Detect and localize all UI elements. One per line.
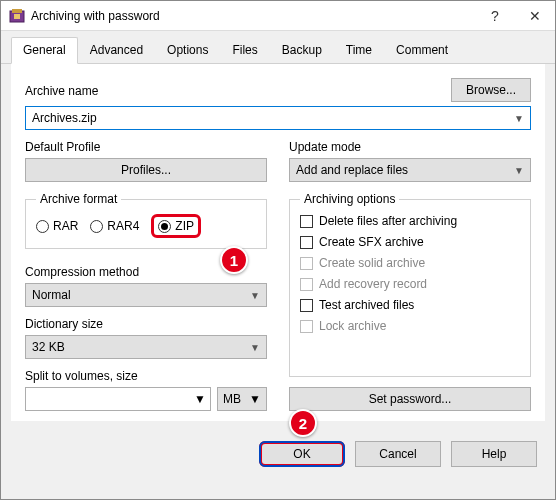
- dialog-window: Archiving with password ? ✕ General Adva…: [0, 0, 556, 500]
- check-recovery: Add recovery record: [300, 277, 520, 291]
- tab-bar: General Advanced Options Files Backup Ti…: [1, 31, 555, 64]
- profiles-button[interactable]: Profiles...: [25, 158, 267, 182]
- check-lock: Lock archive: [300, 319, 520, 333]
- left-column: Default Profile Profiles... Archive form…: [25, 140, 267, 411]
- radio-zip[interactable]: ZIP: [151, 214, 201, 238]
- tab-general[interactable]: General: [11, 37, 78, 64]
- browse-button[interactable]: Browse...: [451, 78, 531, 102]
- close-button[interactable]: ✕: [515, 1, 555, 31]
- window-title: Archiving with password: [31, 9, 475, 23]
- tab-backup[interactable]: Backup: [270, 37, 334, 63]
- update-mode-label: Update mode: [289, 140, 531, 154]
- archiving-options-group: Archiving options Delete files after arc…: [289, 192, 531, 377]
- chevron-down-icon: ▼: [514, 165, 524, 176]
- svg-rect-1: [12, 9, 22, 13]
- default-profile-label: Default Profile: [25, 140, 267, 154]
- tab-time[interactable]: Time: [334, 37, 384, 63]
- tab-comment[interactable]: Comment: [384, 37, 460, 63]
- archive-name-value: Archives.zip: [32, 111, 97, 125]
- tab-files[interactable]: Files: [220, 37, 269, 63]
- checkbox-icon: [300, 215, 313, 228]
- checkbox-icon: [300, 320, 313, 333]
- cancel-button[interactable]: Cancel: [355, 441, 441, 467]
- archive-format-group: Archive format RAR RAR4 ZIP: [25, 192, 267, 249]
- right-column: Update mode Add and replace files ▼ Arch…: [289, 140, 531, 411]
- chevron-down-icon: ▼: [250, 342, 260, 353]
- titlebar: Archiving with password ? ✕: [1, 1, 555, 31]
- archiving-options-label: Archiving options: [300, 192, 399, 206]
- checkbox-icon: [300, 236, 313, 249]
- help-button-footer[interactable]: Help: [451, 441, 537, 467]
- split-label: Split to volumes, size: [25, 369, 267, 383]
- checkbox-icon: [300, 299, 313, 312]
- split-size-combo[interactable]: ▼: [25, 387, 211, 411]
- set-password-button[interactable]: Set password...: [289, 387, 531, 411]
- dictionary-label: Dictionary size: [25, 317, 267, 331]
- chevron-down-icon: ▼: [514, 113, 524, 124]
- checkbox-icon: [300, 278, 313, 291]
- radio-rar[interactable]: RAR: [36, 219, 78, 233]
- help-button[interactable]: ?: [475, 1, 515, 31]
- dictionary-combo[interactable]: 32 KB ▼: [25, 335, 267, 359]
- check-sfx[interactable]: Create SFX archive: [300, 235, 520, 249]
- annotation-badge-1: 1: [220, 246, 248, 274]
- radio-rar4[interactable]: RAR4: [90, 219, 139, 233]
- ok-button[interactable]: OK: [259, 441, 345, 467]
- chevron-down-icon: ▼: [249, 392, 261, 406]
- compression-combo[interactable]: Normal ▼: [25, 283, 267, 307]
- check-delete-after[interactable]: Delete files after archiving: [300, 214, 520, 228]
- check-solid: Create solid archive: [300, 256, 520, 270]
- archive-format-label: Archive format: [36, 192, 121, 206]
- archive-name-label: Archive name: [25, 84, 98, 98]
- chevron-down-icon: ▼: [250, 290, 260, 301]
- dialog-footer: 2 OK Cancel Help: [1, 431, 555, 481]
- tab-options[interactable]: Options: [155, 37, 220, 63]
- radio-icon: [36, 220, 49, 233]
- chevron-down-icon: ▼: [194, 392, 206, 406]
- checkbox-icon: [300, 257, 313, 270]
- annotation-badge-2: 2: [289, 409, 317, 437]
- tab-content: Archive name Browse... Archives.zip ▼ De…: [11, 64, 545, 421]
- update-mode-combo[interactable]: Add and replace files ▼: [289, 158, 531, 182]
- radio-icon-selected: [158, 220, 171, 233]
- check-test[interactable]: Test archived files: [300, 298, 520, 312]
- svg-rect-2: [14, 14, 20, 19]
- archive-name-input[interactable]: Archives.zip ▼: [25, 106, 531, 130]
- radio-icon: [90, 220, 103, 233]
- split-unit-combo[interactable]: MB ▼: [217, 387, 267, 411]
- app-icon: [9, 8, 25, 24]
- tab-advanced[interactable]: Advanced: [78, 37, 155, 63]
